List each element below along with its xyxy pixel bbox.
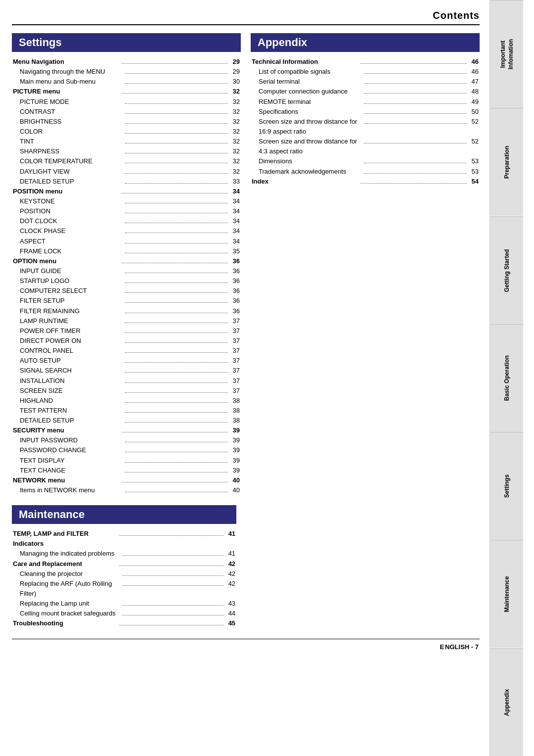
sidebar-tab-5[interactable]: Maintenance: [490, 540, 523, 648]
list-item: ASPECT34: [12, 236, 241, 246]
toc-page: 37: [230, 366, 240, 376]
sidebar-tab-0[interactable]: ImportantInfomation: [490, 0, 523, 108]
list-item: List of compatible signals46: [251, 67, 480, 77]
toc-dots: [125, 213, 228, 213]
list-item: POSITION34: [12, 206, 241, 216]
sidebar-tab-2[interactable]: Getting Started: [490, 216, 523, 324]
toc-label: Troubleshooting: [13, 618, 117, 628]
toc-dots: [125, 422, 228, 423]
toc-label: FILTER SETUP: [20, 296, 123, 306]
toc-dots: [123, 615, 223, 615]
toc-label: Navigating through the MENU: [20, 67, 123, 77]
toc-page: 40: [230, 475, 240, 485]
toc-label: POSITION: [20, 206, 123, 216]
toc-label: PASSWORD CHANGE: [20, 445, 123, 455]
toc-dots: [122, 432, 228, 432]
list-item: INPUT GUIDE36: [12, 266, 241, 276]
settings-column: Settings Menu Navigation29Navigating thr…: [12, 33, 241, 495]
toc-dots: [125, 203, 228, 203]
toc-page: 41: [225, 549, 235, 559]
toc-dots: [364, 143, 467, 143]
list-item: SHARPNESS32: [12, 146, 241, 156]
list-item: TEST PATTERN38: [12, 406, 241, 416]
list-item: Replacing the ARF (Auto Rolling Filter)4…: [12, 579, 236, 599]
toc-page: 39: [230, 456, 240, 466]
toc-label: Computer connection guidance: [259, 87, 362, 96]
list-item: COMPUTER2 SELECT36: [12, 286, 241, 296]
toc-label: SCREEN SIZE: [20, 386, 123, 396]
appendix-column: Appendix Technical Information46List of …: [251, 33, 480, 495]
toc-dots: [122, 263, 228, 263]
toc-label: PICTURE menu: [13, 87, 120, 96]
toc-page: 47: [469, 77, 479, 87]
toc-page: 29: [230, 67, 240, 77]
toc-page: 41: [225, 529, 235, 539]
toc-page: 42: [225, 559, 235, 569]
list-item: Main menu and Sub-menu30: [12, 77, 241, 87]
toc-dots: [125, 103, 228, 104]
toc-label: DETAILED SETUP: [20, 177, 123, 187]
list-item: Navigating through the MENU29: [12, 67, 241, 77]
toc-label: TEXT DISPLAY: [20, 456, 123, 466]
toc-label: SIGNAL SEARCH: [20, 366, 123, 376]
list-item: DIRECT POWER ON37: [12, 336, 241, 346]
footer-text: ENGLISH - 7: [440, 643, 480, 655]
list-item: COLOR32: [12, 127, 241, 137]
list-item: Dimensions53: [251, 156, 480, 166]
toc-label: BRIGHTNESS: [20, 117, 123, 127]
list-item: POWER OFF TIMER37: [12, 326, 241, 336]
toc-dots: [122, 482, 228, 482]
toc-dots: [364, 73, 467, 74]
sidebar-tab-1[interactable]: Preparation: [490, 108, 523, 216]
toc-page: 37: [230, 376, 240, 386]
toc-dots: [125, 133, 228, 134]
list-item: Index54: [251, 177, 480, 187]
toc-page: 38: [230, 406, 240, 416]
toc-page: 35: [230, 246, 240, 256]
toc-label: List of compatible signals: [259, 67, 362, 77]
toc-page: 49: [469, 97, 479, 107]
toc-dots: [122, 93, 228, 94]
two-col-layout: Settings Menu Navigation29Navigating thr…: [12, 33, 480, 495]
list-item: DOT CLOCK34: [12, 216, 241, 226]
toc-dots: [125, 283, 228, 283]
footer: ENGLISH - 7: [12, 639, 480, 655]
list-item: CLOCK PHASE34: [12, 226, 241, 236]
toc-label: Serial terminal: [259, 77, 362, 87]
toc-dots: [125, 233, 228, 233]
toc-label: Main menu and Sub-menu: [20, 77, 123, 87]
toc-page: 32: [230, 87, 240, 96]
list-item: LAMP RUNTIME37: [12, 316, 241, 326]
toc-page: 30: [230, 77, 240, 87]
toc-page: 38: [230, 396, 240, 406]
toc-page: 32: [230, 107, 240, 117]
toc-dots: [125, 173, 228, 174]
toc-page: 34: [230, 226, 240, 236]
toc-dots: [119, 566, 223, 566]
toc-dots: [125, 352, 228, 353]
toc-page: 46: [469, 67, 479, 77]
list-item: Replacing the Lamp unit43: [12, 599, 236, 609]
toc-label: Replacing the Lamp unit: [20, 599, 121, 609]
list-item: REMOTE terminal49: [251, 97, 480, 107]
toc-page: 37: [230, 336, 240, 346]
list-item: SIGNAL SEARCH37: [12, 366, 241, 376]
toc-page: 52: [469, 117, 479, 127]
toc-page: 34: [230, 236, 240, 246]
sidebar-tab-6[interactable]: Appendix: [490, 648, 523, 756]
toc-dots: [119, 535, 223, 536]
toc-dots: [125, 302, 228, 303]
toc-page: 39: [230, 466, 240, 475]
sidebar-tab-4[interactable]: Settings: [490, 432, 523, 540]
list-item: CONTRAST32: [12, 107, 241, 117]
toc-page: 34: [230, 206, 240, 216]
list-item: STARTUP LOGO36: [12, 276, 241, 286]
toc-label: Trademark acknowledgements: [259, 167, 362, 177]
toc-page: 32: [230, 127, 240, 137]
list-item: POSITION menu34: [12, 187, 241, 196]
toc-page: 37: [230, 326, 240, 336]
sidebar-tab-3[interactable]: Basic Operation: [490, 324, 523, 432]
toc-label: Screen size and throw distance for 16:9 …: [259, 117, 362, 137]
toc-page: 32: [230, 167, 240, 177]
toc-dots: [125, 382, 228, 383]
